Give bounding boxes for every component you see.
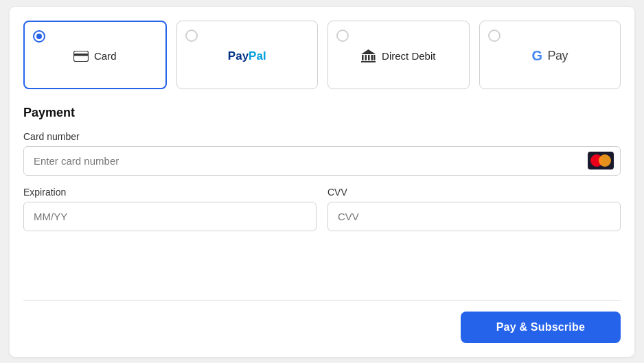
card-number-label: Card number [23,131,621,142]
card-number-group: Card number [23,131,621,176]
mc-circle-right [599,154,611,167]
direct-debit-label: Direct Debit [382,50,435,62]
payment-method-paypal[interactable]: PayPal [176,21,319,89]
payment-form: Payment Card number Expiration CVV [23,106,621,242]
payment-method-gpay[interactable]: G Pay [479,21,621,89]
svg-rect-3 [365,55,367,60]
expiration-input[interactable] [23,202,317,231]
google-g-icon: G [531,48,542,64]
svg-rect-2 [362,55,364,60]
bank-icon [361,49,376,63]
svg-rect-6 [373,55,376,60]
expiration-label: Expiration [23,187,317,198]
gpay-label: Pay [548,49,568,63]
svg-rect-1 [73,54,89,56]
card-number-input[interactable] [23,146,621,176]
mastercard-icon [588,152,614,169]
svg-rect-7 [361,61,376,62]
cvv-input[interactable] [327,202,621,231]
svg-rect-4 [368,55,370,60]
radio-card [33,30,45,43]
pay-subscribe-button[interactable]: Pay & Subscribe [461,312,621,343]
svg-rect-5 [371,55,373,60]
payment-methods-row: Card PayPal [23,21,621,89]
radio-gpay [488,30,501,42]
svg-rect-0 [73,51,88,61]
payment-section-title: Payment [23,106,621,120]
svg-marker-8 [361,49,376,54]
expiration-group: Expiration [23,187,317,231]
card-label: Card [94,50,117,62]
payment-method-card[interactable]: Card [23,21,167,89]
payment-method-direct-debit[interactable]: Direct Debit [327,21,470,89]
payment-card: Card PayPal [10,7,634,357]
radio-direct-debit [336,30,349,42]
footer: Pay & Subscribe [23,300,621,357]
card-icon [73,51,89,62]
cvv-group: CVV [327,187,621,231]
paypal-label: PayPal [228,49,266,63]
radio-paypal [185,30,198,42]
expiry-cvv-row: Expiration CVV [23,187,621,242]
card-number-input-wrapper [23,146,621,176]
cvv-label: CVV [327,187,621,198]
